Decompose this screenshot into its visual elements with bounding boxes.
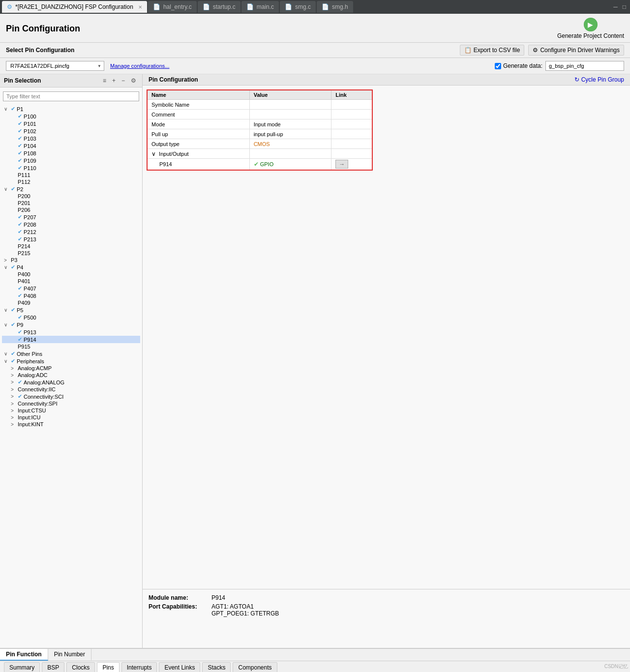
restore-btn[interactable]: □ [621,2,628,11]
tree-item-p201[interactable]: P201 [2,200,140,206]
cell-comment-value[interactable] [249,110,331,119]
tree-item-analog-analog[interactable]: > ✔ Analog:ANALOG [2,379,140,386]
tab-summary[interactable]: Summary [4,662,40,672]
tree-item-p111[interactable]: P111 [2,172,140,178]
tree-item-p4[interactable]: ∨ ✔ P4 [2,263,140,271]
minimize-btn[interactable]: ─ [611,2,620,11]
tree-item-p207[interactable]: ✔ P207 [2,213,140,221]
cell-p914-value[interactable]: ✔ GPIO [249,159,331,171]
tab-main[interactable]: 📄 main.c [241,1,279,13]
expand-input-output-icon[interactable]: ∨ [151,150,156,157]
port-capabilities-value: AGT1: AGTOA1 GPT_POEG1: GTETRGB [211,603,279,617]
tab-hal-entry[interactable]: 📄 hal_entry.c [148,1,197,13]
cell-output-type-value[interactable]: CMOS [249,139,331,149]
tree-item-p212[interactable]: ✔ P212 [2,228,140,235]
tab-pin-number-label: Pin Number [54,651,85,658]
fsp-tab-close[interactable]: ✕ [138,4,142,10]
tree-item-connectivity-sci[interactable]: > ✔ Connectivity:SCI [2,393,140,400]
tab-startup[interactable]: 📄 startup.c [198,1,240,13]
label-p200: P200 [18,193,30,199]
cell-pull-up-value[interactable]: input pull-up [249,129,331,139]
list-view-icon[interactable]: ≡ [101,76,108,85]
tree-item-p3[interactable]: > P3 [2,257,140,263]
tree-item-p208[interactable]: ✔ P208 [2,221,140,228]
tree-item-p104[interactable]: ✔ P104 [2,142,140,149]
tree-item-p214[interactable]: P214 [2,243,140,250]
config-select[interactable]: R7FA2E1A72DFL.pincfg [6,61,104,71]
check-p110: ✔ [18,165,22,171]
tab-pin-number[interactable]: Pin Number [48,649,91,661]
tree-item-p500[interactable]: ✔ P500 [2,314,140,321]
cell-mode-link [331,119,372,129]
tree-item-input-icu[interactable]: > Input:ICU [2,414,140,421]
tree-item-p110[interactable]: ✔ P110 [2,164,140,172]
cell-mode-value[interactable]: Input mode [249,119,331,129]
tree-item-p103[interactable]: ✔ P103 [2,135,140,142]
filter-input[interactable] [3,91,139,101]
cycle-pin-group-button[interactable]: ↻ Cycle Pin Group [574,76,624,83]
cell-pull-up-link [331,129,372,139]
tree-item-p102[interactable]: ✔ P102 [2,127,140,135]
configure-warnings-button[interactable]: ⚙ Configure Pin Driver Warnings [528,45,624,56]
tree-item-p112[interactable]: P112 [2,178,140,185]
tab-interrupts[interactable]: Interrupts [121,662,157,672]
tab-smg-h[interactable]: 📄 smg.h [317,1,353,13]
tree-item-p1[interactable]: ∨ ✔ P1 [2,105,140,113]
tab-clocks[interactable]: Clocks [66,662,95,672]
tree-item-p915[interactable]: P915 [2,343,140,350]
tree-item-p408[interactable]: ✔ P408 [2,292,140,299]
generate-checkbox[interactable] [495,63,501,69]
configure-label: Configure Pin Driver Warnings [540,47,620,54]
tab-pins[interactable]: Pins [97,662,119,672]
check-p5: ✔ [11,307,15,313]
tree-item-p108[interactable]: ✔ P108 [2,149,140,157]
tab-event-links[interactable]: Event Links [159,662,200,672]
tab-smg-c[interactable]: 📄 smg.c [280,1,316,13]
cell-p914-link[interactable]: → [331,159,372,171]
tree-item-p9[interactable]: ∨ ✔ P9 [2,321,140,328]
tree-item-p913[interactable]: ✔ P913 [2,328,140,336]
tree-item-analog-adc[interactable]: > Analog:ADC [2,372,140,379]
export-icon: 📋 [464,47,472,54]
add-icon[interactable]: + [110,76,118,85]
left-panel-title: Pin Selection [4,77,41,84]
cell-pull-up-label: Pull up [147,129,249,139]
tree-item-connectivity-iic[interactable]: > Connectivity:IIC [2,386,140,393]
tree-item-p407[interactable]: ✔ P407 [2,285,140,292]
tree-item-connectivity-spi[interactable]: > Connectivity:SPI [2,400,140,407]
tab-bsp[interactable]: BSP [42,662,64,672]
tree-item-other-pins[interactable]: ∨ ✔ Other Pins [2,350,140,357]
tree-item-p101[interactable]: ✔ P101 [2,120,140,127]
tree-item-p2[interactable]: ∨ ✔ P2 [2,185,140,193]
tree-item-p213[interactable]: ✔ P213 [2,235,140,243]
tree-item-analog-acmp[interactable]: > Analog:ACMP [2,365,140,372]
generate-checkbox-label[interactable]: Generate data: [495,62,542,69]
settings-icon[interactable]: ⚙ [129,76,138,85]
cell-symbolic-name-value[interactable] [249,100,331,110]
manage-configurations-link[interactable]: Manage configurations... [110,63,169,69]
tree-item-input-ctsu[interactable]: > Input:CTSU [2,407,140,414]
remove-icon[interactable]: − [120,76,127,85]
tree-item-p200[interactable]: P200 [2,193,140,200]
tab-pin-function[interactable]: Pin Function [0,649,48,661]
tree-item-p5[interactable]: ∨ ✔ P5 [2,306,140,314]
expand-icon-other-pins: ∨ [4,351,11,356]
tree-item-p100[interactable]: ✔ P100 [2,113,140,120]
tab-stacks[interactable]: Stacks [202,662,231,672]
tree-item-input-kint[interactable]: > Input:KINT [2,421,140,428]
generate-project-btn[interactable]: ▶ Generate Project Content [557,18,624,39]
generate-value-input[interactable] [545,61,624,71]
tree-item-p109[interactable]: ✔ P109 [2,157,140,164]
p914-arrow-button[interactable]: → [335,160,348,169]
cell-symbolic-name-label: Symbolic Name [147,100,249,110]
tree-item-p401[interactable]: P401 [2,278,140,285]
tree-item-p215[interactable]: P215 [2,250,140,257]
tree-item-p206[interactable]: P206 [2,206,140,213]
tree-item-p914[interactable]: ✔ P914 [2,336,140,343]
tree-item-p409[interactable]: P409 [2,299,140,306]
tree-item-peripherals[interactable]: ∨ ✔ Peripherals [2,357,140,365]
tab-fsp-config[interactable]: ⚙ *[RA2E1_DIANZIZHONG] FSP Configuration… [2,1,147,13]
tree-item-p400[interactable]: P400 [2,271,140,278]
export-csv-button[interactable]: 📋 Export to CSV file [460,45,525,56]
tab-components[interactable]: Components [233,662,277,672]
